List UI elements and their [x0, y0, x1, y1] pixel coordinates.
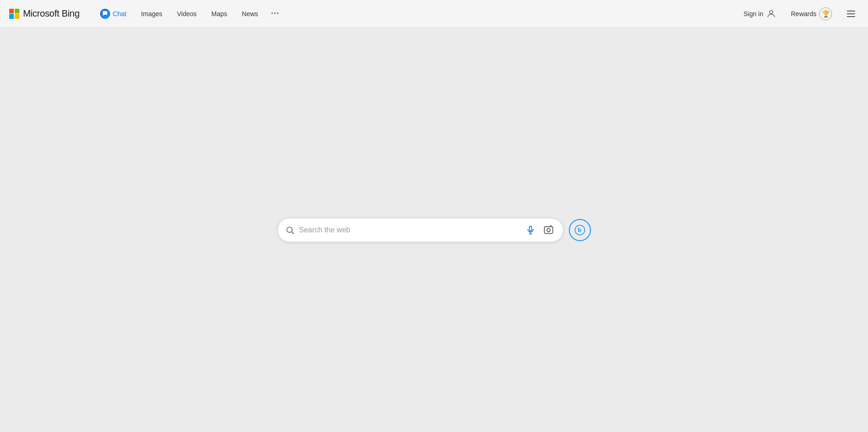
news-label: News [242, 10, 258, 18]
svg-point-7 [547, 228, 550, 231]
search-bar [278, 218, 563, 242]
nav-right: Sign in Rewards 🏆 [740, 6, 859, 22]
visual-search-button[interactable] [542, 223, 555, 237]
bing-chat-button[interactable]: b [569, 219, 591, 241]
search-container: b [278, 218, 591, 242]
images-label: Images [141, 10, 162, 18]
search-right-icons [524, 223, 555, 237]
navbar: Microsoft Bing Chat Images Videos Maps N… [0, 0, 868, 28]
nav-item-videos[interactable]: Videos [171, 7, 203, 20]
sign-in-label: Sign in [744, 10, 763, 18]
bing-logo-text: Microsoft Bing [23, 8, 80, 19]
sign-in-button[interactable]: Sign in [740, 7, 780, 21]
rewards-label: Rewards [791, 10, 816, 18]
svg-rect-3 [529, 226, 531, 231]
search-input[interactable] [299, 226, 524, 234]
maps-label: Maps [212, 10, 227, 18]
rewards-button[interactable]: Rewards 🏆 [787, 6, 836, 22]
videos-label: Videos [177, 10, 197, 18]
user-icon [766, 9, 776, 19]
svg-text:b: b [578, 226, 581, 233]
nav-item-maps[interactable]: Maps [205, 7, 234, 20]
main-content: b [0, 28, 868, 432]
logo-link[interactable]: Microsoft Bing [9, 8, 80, 19]
svg-line-2 [291, 231, 294, 234]
nav-item-news[interactable]: News [236, 7, 265, 20]
hamburger-line-2 [847, 13, 855, 14]
more-options-button[interactable]: ··· [266, 6, 284, 21]
nav-item-images[interactable]: Images [135, 7, 169, 20]
svg-point-0 [769, 10, 773, 13]
hamburger-line-3 [847, 16, 855, 17]
microphone-button[interactable] [524, 224, 537, 237]
nav-links: Chat Images Videos Maps News ··· [94, 6, 740, 22]
search-magnifier-icon [285, 225, 295, 235]
chat-label: Chat [113, 10, 127, 18]
chat-nav-icon [100, 9, 110, 19]
bing-b-icon: b [574, 224, 586, 236]
microsoft-logo-icon [9, 9, 19, 19]
trophy-icon: 🏆 [819, 7, 832, 20]
nav-item-chat[interactable]: Chat [94, 6, 133, 22]
hamburger-menu-button[interactable] [843, 7, 859, 21]
svg-rect-6 [544, 226, 552, 233]
hamburger-line-1 [847, 11, 855, 12]
